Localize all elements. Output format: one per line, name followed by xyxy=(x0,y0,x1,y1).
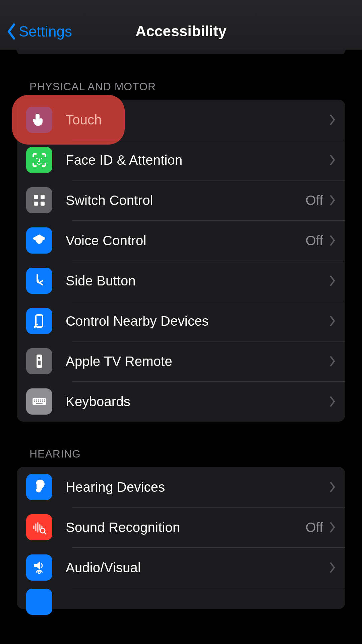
svg-rect-20 xyxy=(42,401,43,402)
row-label: Switch Control xyxy=(66,193,153,208)
audiovisual-icon xyxy=(26,554,52,581)
row-label: Side Button xyxy=(66,273,136,288)
svg-rect-21 xyxy=(44,401,45,402)
soundrec-icon xyxy=(26,514,52,540)
voice-icon xyxy=(26,227,52,254)
row-label: Face ID & Attention xyxy=(66,153,182,168)
row-label: Sound Recognition xyxy=(66,520,180,535)
chevron-right-icon xyxy=(329,356,336,367)
row-voice-control[interactable]: Voice Control Off xyxy=(17,220,345,261)
chevron-right-icon xyxy=(329,481,336,493)
svg-rect-19 xyxy=(40,401,41,402)
row-touch[interactable]: Touch xyxy=(17,100,345,140)
svg-rect-16 xyxy=(34,401,35,402)
nearby-icon xyxy=(26,308,52,334)
svg-rect-12 xyxy=(38,399,39,400)
svg-rect-14 xyxy=(42,399,43,400)
switch-icon xyxy=(26,187,52,213)
row-sound-recognition[interactable]: Sound Recognition Off xyxy=(17,507,345,547)
chevron-right-icon xyxy=(329,195,336,206)
section-header-physical: PHYSICAL AND MOTOR xyxy=(29,80,345,93)
section-header-hearing: HEARING xyxy=(29,448,345,460)
chevron-right-icon xyxy=(329,235,336,246)
ear-icon xyxy=(26,474,52,500)
row-label: Control Nearby Devices xyxy=(66,314,209,329)
chevron-right-icon xyxy=(329,562,336,573)
svg-line-29 xyxy=(44,532,46,534)
svg-rect-1 xyxy=(41,195,45,199)
svg-rect-17 xyxy=(36,401,37,402)
svg-rect-11 xyxy=(36,399,37,400)
chevron-right-icon xyxy=(329,154,336,166)
svg-rect-13 xyxy=(40,399,41,400)
row-switch-control[interactable]: Switch Control Off xyxy=(17,180,345,220)
row-value: Off xyxy=(305,520,323,535)
chevron-right-icon xyxy=(329,396,336,407)
svg-rect-2 xyxy=(34,202,38,206)
back-button[interactable]: Settings xyxy=(6,23,72,40)
sidebutton-icon xyxy=(26,268,52,294)
row-value: Off xyxy=(305,233,323,248)
svg-rect-10 xyxy=(34,399,35,400)
row-faceid[interactable]: Face ID & Attention xyxy=(17,140,345,180)
row-value: Off xyxy=(305,193,323,208)
row-label: Keyboards xyxy=(66,394,130,409)
row-label: Apple TV Remote xyxy=(66,354,172,369)
row-peek[interactable] xyxy=(17,588,345,609)
row-hearing-devices[interactable]: Hearing Devices xyxy=(17,467,345,507)
row-audio-visual[interactable]: Audio/Visual xyxy=(17,547,345,588)
row-label: Audio/Visual xyxy=(66,560,141,575)
touch-icon xyxy=(26,107,52,133)
svg-rect-3 xyxy=(41,202,45,206)
peek-icon xyxy=(26,589,52,615)
row-label: Touch xyxy=(66,112,102,127)
svg-rect-15 xyxy=(44,399,45,400)
svg-rect-4 xyxy=(36,315,43,327)
group-hearing: Hearing Devices Sound Recognition Off Au… xyxy=(17,467,345,609)
row-apple-tv-remote[interactable]: Apple TV Remote xyxy=(17,341,345,381)
content-scroll[interactable]: PHYSICAL AND MOTOR Touch Face ID & Atten… xyxy=(0,50,362,609)
svg-rect-0 xyxy=(34,195,38,199)
chevron-right-icon xyxy=(329,275,336,286)
back-label: Settings xyxy=(19,23,72,40)
chevron-left-icon xyxy=(6,23,17,40)
svg-rect-22 xyxy=(36,403,43,404)
svg-point-7 xyxy=(38,357,40,359)
keyboard-icon xyxy=(26,388,52,415)
tvremote-icon xyxy=(26,348,52,374)
svg-rect-8 xyxy=(38,361,41,365)
row-label: Voice Control xyxy=(66,233,146,248)
chevron-right-icon xyxy=(329,114,336,125)
row-side-button[interactable]: Side Button xyxy=(17,261,345,301)
row-keyboards[interactable]: Keyboards xyxy=(17,381,345,422)
group-physical: Touch Face ID & Attention Switch Control… xyxy=(17,100,345,422)
svg-rect-18 xyxy=(38,401,39,402)
chevron-right-icon xyxy=(329,522,336,533)
faceid-icon xyxy=(26,147,52,173)
svg-point-31 xyxy=(39,572,40,573)
chevron-right-icon xyxy=(329,315,336,327)
row-label: Hearing Devices xyxy=(66,480,165,495)
navbar: Settings Accessibility xyxy=(0,0,362,50)
svg-point-5 xyxy=(35,326,36,328)
previous-group-edge xyxy=(17,50,345,54)
row-control-nearby[interactable]: Control Nearby Devices xyxy=(17,301,345,341)
